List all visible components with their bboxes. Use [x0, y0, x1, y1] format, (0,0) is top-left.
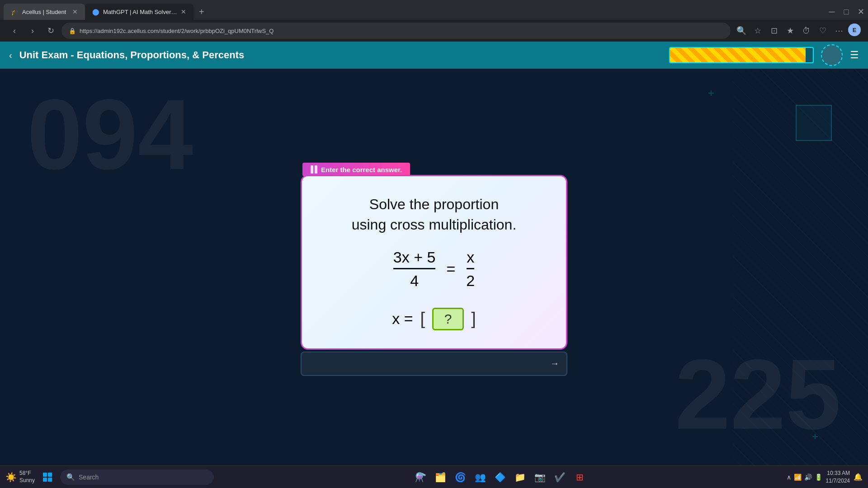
start-button[interactable]	[39, 469, 56, 485]
battery-icon[interactable]: 🔋	[815, 474, 822, 481]
chevron-up-icon[interactable]: ∧	[787, 474, 791, 481]
maximize-button[interactable]: □	[839, 5, 854, 19]
main-content: 094 225 + + Enter the correct answer. So…	[0, 69, 868, 470]
equation-area: 3x + 5 4 = x 2	[325, 249, 543, 290]
history-button[interactable]: ⏱	[799, 23, 814, 38]
left-numerator: 3x + 5	[393, 249, 436, 269]
notification-icon[interactable]: 🔔	[854, 473, 863, 481]
label-bar-1	[311, 165, 313, 174]
minimize-button[interactable]: ─	[825, 5, 839, 19]
taskbar-app-msedge2[interactable]: 🔷	[492, 469, 508, 485]
exam-title: Unit Exam - Equations, Proportions, & Pe…	[19, 49, 662, 61]
question-card: Solve the proportion using cross multipl…	[301, 175, 567, 350]
progress-bar-fill	[670, 48, 806, 62]
favorites-button[interactable]: ★	[783, 23, 797, 38]
new-tab-button[interactable]: +	[193, 7, 210, 17]
cross-decoration-1: +	[708, 87, 714, 99]
tab-mathgpt-label: MathGPT | AI Math Solver & Calc…	[103, 9, 177, 15]
tab-mathgpt-close[interactable]: ✕	[181, 8, 186, 15]
profile-button[interactable]: E	[848, 23, 861, 36]
windows-square-4	[48, 478, 52, 482]
search-label: Search	[79, 474, 99, 481]
windows-square-2	[48, 473, 52, 477]
security-icon: 🔒	[69, 28, 76, 34]
tab-mathgpt[interactable]: ⬤ MathGPT | AI Math Solver & Calc… ✕	[85, 4, 193, 20]
right-denominator: 2	[466, 270, 475, 290]
answer-prefix: x =	[392, 310, 413, 328]
address-bar[interactable]: 🔒 https://admin192c.acellus.com/student/…	[61, 23, 731, 39]
taskbar-app-folder[interactable]: 📁	[512, 469, 528, 485]
taskbar-app-check[interactable]: ✔️	[552, 469, 568, 485]
reload-button[interactable]: ↻	[43, 23, 58, 38]
volume-icon[interactable]: 🔊	[804, 474, 812, 481]
answer-placeholder: ?	[444, 311, 452, 327]
question-label: Enter the correct answer.	[302, 163, 410, 176]
progress-bar-container	[669, 47, 814, 63]
back-nav-button[interactable]: ‹	[7, 23, 22, 38]
windows-square-1	[43, 473, 47, 477]
clock[interactable]: 10:33 AM 11/7/2024	[826, 469, 850, 485]
tab-acellus[interactable]: 🎓 Acellus | Student ✕	[4, 4, 85, 20]
weather-widget: ☀️ 58°F Sunny	[5, 470, 35, 484]
taskbar-app-chemistry[interactable]: ⚗️	[412, 469, 429, 485]
label-bars	[311, 165, 317, 174]
weather-temp: 58°F	[19, 470, 35, 477]
next-button[interactable]: →	[550, 358, 559, 369]
input-row[interactable]: →	[301, 352, 567, 376]
bookmark-button[interactable]: ☆	[750, 23, 765, 38]
tab-bar: 🎓 Acellus | Student ✕ ⬤ MathGPT | AI Mat…	[0, 0, 868, 20]
windows-square-3	[43, 478, 47, 482]
search-icon: 🔍	[66, 473, 75, 481]
question-label-text: Enter the correct answer.	[321, 166, 402, 174]
app-back-button[interactable]: ‹	[9, 50, 12, 61]
instruction-line1: Solve the proportion	[325, 194, 543, 215]
question-text: Solve the proportion using cross multipl…	[325, 194, 543, 235]
taskbar-app-camera[interactable]: 📷	[532, 469, 548, 485]
bracket-open: [	[420, 309, 425, 328]
taskbar-search[interactable]: 🔍 Search	[60, 469, 214, 485]
wifi-icon[interactable]: 📶	[794, 474, 802, 481]
menu-button[interactable]: ☰	[850, 49, 859, 61]
taskbar-apps: ⚗️ 🗂️ 🌀 👥 🔷 📁 📷 ✔️ ⊞	[218, 469, 782, 485]
answer-box[interactable]: ?	[432, 308, 464, 330]
taskbar-app-edge[interactable]: 🌀	[452, 469, 468, 485]
toolbar-actions: 🔍 ☆ ⊡ ★ ⏱ ♡ ⋯ E	[734, 23, 861, 38]
weather-icon: ☀️	[5, 472, 17, 483]
browser-chrome: 🎓 Acellus | Student ✕ ⬤ MathGPT | AI Mat…	[0, 0, 868, 42]
forward-nav-button[interactable]: ›	[25, 23, 40, 38]
answer-row: x = [ ? ]	[325, 308, 543, 330]
answer-input[interactable]	[309, 360, 550, 368]
right-fraction: x 2	[466, 249, 475, 290]
weather-text: 58°F Sunny	[19, 470, 35, 484]
taskbar-app-tiles[interactable]: ⊞	[571, 469, 588, 485]
app-header: ‹ Unit Exam - Equations, Proportions, & …	[0, 42, 868, 69]
right-numerator: x	[467, 249, 474, 269]
more-button[interactable]: ⋯	[832, 23, 846, 38]
collections-button[interactable]: ♡	[816, 23, 830, 38]
tab-groups-button[interactable]: ⊡	[767, 23, 781, 38]
equals-sign: =	[446, 260, 455, 278]
right-panel-box	[796, 105, 832, 141]
left-denominator: 4	[410, 270, 419, 290]
tab-acellus-label: Acellus | Student	[22, 9, 69, 15]
taskbar-app-teams[interactable]: 👥	[472, 469, 488, 485]
url-text: https://admin192c.acellus.com/student/2/…	[80, 28, 274, 34]
system-tray: ∧ 📶 🔊 🔋 10:33 AM 11/7/2024 🔔	[787, 469, 863, 485]
cross-decoration-2: +	[812, 430, 818, 443]
question-wrapper: Enter the correct answer. Solve the prop…	[301, 163, 567, 376]
label-bar-2	[315, 165, 317, 174]
clock-date: 11/7/2024	[826, 477, 850, 485]
bracket-close: ]	[471, 309, 476, 328]
taskbar-app-files[interactable]: 🗂️	[432, 469, 448, 485]
close-button[interactable]: ✕	[854, 5, 868, 19]
bg-number-094: 094	[27, 78, 193, 192]
tab-acellus-close[interactable]: ✕	[72, 8, 78, 15]
browser-toolbar: ‹ › ↻ 🔒 https://admin192c.acellus.com/st…	[0, 20, 868, 42]
weather-condition: Sunny	[19, 477, 35, 484]
search-toolbar-button[interactable]: 🔍	[734, 23, 749, 38]
windows-logo	[43, 473, 52, 482]
clock-time: 10:33 AM	[826, 469, 850, 477]
left-fraction: 3x + 5 4	[393, 249, 436, 290]
avatar[interactable]	[821, 44, 843, 66]
system-icons: ∧ 📶 🔊 🔋	[787, 474, 822, 481]
